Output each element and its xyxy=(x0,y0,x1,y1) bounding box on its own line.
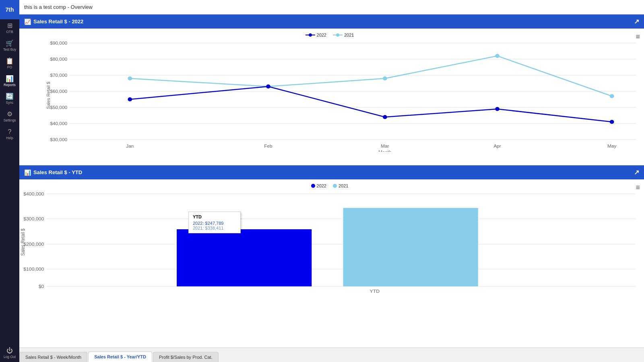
svg-point-3 xyxy=(336,33,339,37)
bottom-tabs: Sales Retail $ - Week/Month Sales Retail… xyxy=(19,348,644,362)
legend-label-2022: 2022 xyxy=(317,33,326,37)
line-chart-header: 📈 Sales Retail $ - 2022 ↗ xyxy=(19,14,644,29)
line-chart-menu-icon[interactable]: ≡ xyxy=(636,33,640,41)
svg-point-31 xyxy=(266,84,270,88)
svg-text:YTD: YTD xyxy=(369,289,380,294)
svg-point-30 xyxy=(128,97,132,101)
legend-item-2021: 2021 xyxy=(333,33,354,37)
bar-2022 xyxy=(177,229,312,286)
bar-2021 xyxy=(343,208,478,286)
bar-chart-title: Sales Retail $ - YTD xyxy=(33,169,82,175)
sidebar: 7th ⊞ OTB 🛒 Test Buy 📋 PO 📊 Reports 🔄 Sy… xyxy=(0,0,19,362)
legend-item-2022: 2022 xyxy=(305,33,326,37)
line-chart-header-left: 📈 Sales Retail $ - 2022 xyxy=(24,19,83,25)
sidebar-label-po: PO xyxy=(7,65,12,69)
sidebar-label-settings: Settings xyxy=(4,118,16,122)
settings-icon: ⚙ xyxy=(7,111,12,117)
sidebar-item-test-buy[interactable]: 🛒 Test Buy xyxy=(0,37,19,55)
svg-text:Mar: Mar xyxy=(381,144,389,148)
svg-text:Feb: Feb xyxy=(264,144,272,148)
sidebar-item-po[interactable]: 📋 PO xyxy=(0,55,19,72)
tab-profit-cat[interactable]: Profit $/Sales by Prod. Cat. xyxy=(153,352,219,362)
svg-text:$30,000: $30,000 xyxy=(50,137,67,142)
line-chart-expand-icon[interactable]: ↗ xyxy=(634,18,639,25)
sidebar-item-reports[interactable]: 📊 Reports xyxy=(0,72,19,90)
line-chart-icon: 📈 xyxy=(24,19,31,25)
svg-point-34 xyxy=(610,120,614,124)
reports-icon: 📊 xyxy=(6,76,14,82)
otb-icon: ⊞ xyxy=(7,23,12,29)
tab-week-month[interactable]: Sales Retail $ - Week/Month xyxy=(19,352,87,362)
sidebar-item-settings[interactable]: ⚙ Settings xyxy=(0,108,19,125)
bar-chart-menu-icon[interactable]: ≡ xyxy=(636,183,640,192)
sidebar-item-otb[interactable]: ⊞ OTB xyxy=(0,19,19,37)
tab-year-ytd[interactable]: Sales Retail $ - Year/YTD xyxy=(88,352,152,362)
page-header: this is a test comp - Overview xyxy=(19,0,644,14)
svg-text:Month: Month xyxy=(378,150,392,152)
main-content: this is a test comp - Overview 📈 Sales R… xyxy=(19,0,644,362)
svg-point-25 xyxy=(128,76,132,80)
bar-chart-icon: 📊 xyxy=(24,169,31,176)
svg-point-29 xyxy=(610,94,614,98)
svg-point-1 xyxy=(309,33,312,37)
line-chart-title: Sales Retail $ - 2022 xyxy=(33,19,83,25)
svg-text:Jan: Jan xyxy=(126,144,134,148)
test-buy-icon: 🛒 xyxy=(6,40,14,47)
line-chart-svg: $90,000 $80,000 $70,000 $60,000 $50,000 … xyxy=(19,39,640,152)
bar-chart-section: 📊 Sales Retail $ - YTD ↗ 2022 2021 xyxy=(19,165,644,348)
bar-chart-header: 📊 Sales Retail $ - YTD ↗ xyxy=(19,165,644,179)
bar-legend-label-2021: 2021 xyxy=(339,183,348,188)
sidebar-label-help: Help xyxy=(6,136,13,140)
bar-chart-expand-icon[interactable]: ↗ xyxy=(634,169,639,176)
sidebar-label-sync: Sync xyxy=(6,101,14,105)
bar-legend-2021: 2021 xyxy=(333,183,348,188)
line-chart-legend: 2022 2021 xyxy=(19,33,640,37)
svg-text:$100,000: $100,000 xyxy=(23,267,44,272)
sidebar-label-otb: OTB xyxy=(6,30,13,34)
bar-chart-container: 2022 2021 ≡ YTD 2022: $247,789 2021: $33… xyxy=(19,179,644,304)
svg-text:$0: $0 xyxy=(39,284,44,289)
sidebar-item-sync[interactable]: 🔄 Sync xyxy=(0,90,19,108)
line-chart-container: 2022 2021 ≡ xyxy=(19,29,644,165)
svg-text:$400,000: $400,000 xyxy=(23,191,44,196)
svg-point-28 xyxy=(495,54,500,58)
svg-text:$60,000: $60,000 xyxy=(50,89,67,94)
legend-label-2021: 2021 xyxy=(344,33,354,37)
svg-point-27 xyxy=(383,76,387,80)
sidebar-label-log-out: Log Out xyxy=(4,355,16,359)
svg-point-32 xyxy=(383,115,387,119)
bar-chart-svg: $400,000 $300,000 $200,000 $100,000 $0 S… xyxy=(19,190,640,294)
svg-point-33 xyxy=(495,107,500,111)
sidebar-label-reports: Reports xyxy=(4,83,16,87)
svg-text:$300,000: $300,000 xyxy=(23,216,44,221)
page-title: this is a test comp - Overview xyxy=(24,4,93,10)
sidebar-item-log-out[interactable]: ⏻ Log Out xyxy=(0,344,19,362)
sync-icon: 🔄 xyxy=(6,93,14,100)
bar-legend-2022: 2022 xyxy=(311,183,326,188)
po-icon: 📋 xyxy=(6,58,14,64)
svg-text:May: May xyxy=(607,144,617,148)
svg-text:Sales Retail $: Sales Retail $ xyxy=(20,228,26,256)
svg-text:$200,000: $200,000 xyxy=(23,242,44,247)
sidebar-label-test-buy: Test Buy xyxy=(3,47,17,51)
svg-text:$80,000: $80,000 xyxy=(50,57,67,62)
svg-text:$70,000: $70,000 xyxy=(50,73,67,78)
bar-chart-legend: 2022 2021 xyxy=(19,183,640,188)
svg-text:Apr: Apr xyxy=(493,144,501,148)
bar-chart-header-left: 📊 Sales Retail $ - YTD xyxy=(24,169,82,176)
line-chart-section: 📈 Sales Retail $ - 2022 ↗ 2022 2021 xyxy=(19,14,644,165)
svg-text:$90,000: $90,000 xyxy=(50,41,67,45)
svg-text:$50,000: $50,000 xyxy=(50,105,67,110)
bar-legend-label-2022: 2022 xyxy=(317,183,326,188)
content-area: 📈 Sales Retail $ - 2022 ↗ 2022 2021 xyxy=(19,14,644,362)
help-icon: ? xyxy=(8,129,12,135)
svg-text:Sales Retail $: Sales Retail $ xyxy=(46,81,51,109)
svg-text:$40,000: $40,000 xyxy=(50,121,67,126)
sidebar-item-help[interactable]: ? Help xyxy=(0,125,19,143)
log-out-icon: ⏻ xyxy=(6,348,13,354)
app-logo[interactable]: 7th xyxy=(0,0,19,19)
